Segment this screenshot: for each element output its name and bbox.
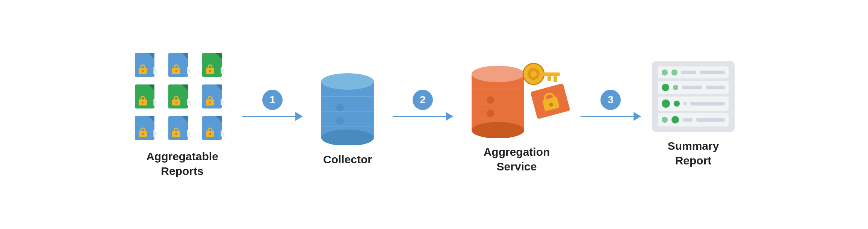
svg-point-47 xyxy=(175,133,177,135)
doc-icon xyxy=(167,51,195,79)
svg-point-68 xyxy=(488,124,493,129)
svg-point-41 xyxy=(142,133,144,135)
arrow-step-1: 1 xyxy=(242,90,302,117)
svg-rect-63 xyxy=(472,74,524,130)
doc-icon xyxy=(201,114,229,142)
svg-rect-76 xyxy=(553,76,557,82)
agg-service-visual xyxy=(464,55,569,138)
collector-db-icon xyxy=(314,63,381,145)
svg-point-53 xyxy=(209,133,211,135)
svg-point-66 xyxy=(487,96,494,104)
node-aggregation-service: Aggregation Service xyxy=(464,55,569,174)
svg-rect-77 xyxy=(547,76,551,81)
svg-point-23 xyxy=(142,102,144,104)
summary-report-visual xyxy=(652,61,735,132)
aggregatable-reports-label: Aggregatable Reports xyxy=(146,149,218,178)
svg-point-29 xyxy=(175,102,177,104)
doc-icon xyxy=(133,114,162,142)
arrow-2-line xyxy=(393,116,453,117)
svg-point-64 xyxy=(472,122,524,138)
arrow-1-shaft xyxy=(242,116,302,117)
arrow-3-shaft xyxy=(581,116,641,117)
svg-point-58 xyxy=(336,117,344,125)
svg-rect-54 xyxy=(321,81,374,138)
svg-point-65 xyxy=(472,66,524,82)
svg-point-57 xyxy=(336,104,344,111)
step-1-circle: 1 xyxy=(262,90,283,110)
svg-point-59 xyxy=(338,132,342,136)
doc-icon-green xyxy=(201,51,229,79)
collector-label: Collector xyxy=(323,152,372,167)
doc-icon xyxy=(167,114,195,142)
step-2-circle: 2 xyxy=(413,90,433,110)
step-3-circle: 3 xyxy=(600,90,621,110)
svg-rect-75 xyxy=(541,72,560,76)
svg-point-17 xyxy=(209,70,211,72)
doc-icon xyxy=(133,51,162,79)
svg-point-11 xyxy=(175,70,177,72)
svg-point-74 xyxy=(531,71,537,77)
diagram: Aggregatable Reports 1 C xyxy=(0,43,868,186)
aggregation-service-label: Aggregation Service xyxy=(484,145,550,174)
node-aggregatable-reports: Aggregatable Reports xyxy=(133,51,231,178)
doc-icon-green xyxy=(133,82,162,111)
svg-point-55 xyxy=(321,130,374,145)
svg-point-56 xyxy=(321,73,374,90)
arrow-1-line xyxy=(242,116,302,117)
summary-report-label: Summary Report xyxy=(668,139,719,168)
arrow-3-line xyxy=(581,116,641,117)
svg-point-67 xyxy=(487,110,494,117)
svg-point-5 xyxy=(142,70,144,72)
svg-point-35 xyxy=(209,102,211,104)
arrow-step-2: 2 xyxy=(393,90,453,117)
doc-icon-green xyxy=(167,82,195,111)
node-summary-report: Summary Report xyxy=(652,61,735,168)
node-collector: Collector xyxy=(314,63,381,167)
reports-grid xyxy=(133,51,231,142)
arrow-step-3: 3 xyxy=(581,90,641,117)
doc-icon xyxy=(201,82,229,111)
arrow-2-shaft xyxy=(393,116,453,117)
